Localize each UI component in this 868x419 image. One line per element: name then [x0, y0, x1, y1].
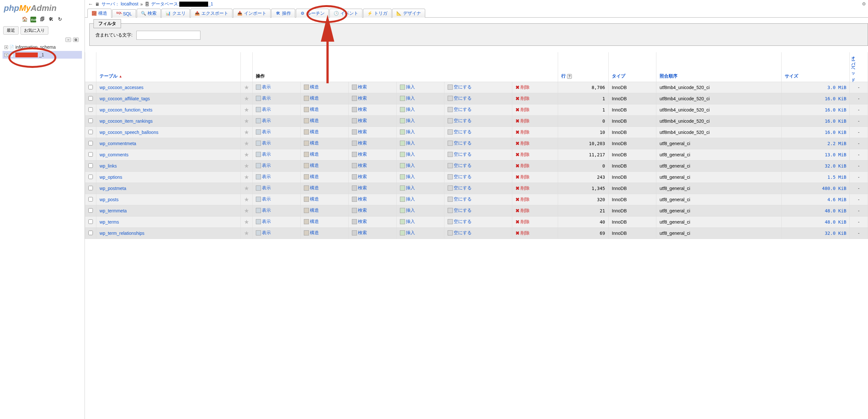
- op-insert[interactable]: 挿入: [400, 84, 415, 90]
- op-delete[interactable]: ✖削除: [516, 118, 530, 124]
- col-header-rows[interactable]: 行?: [558, 52, 609, 82]
- tab-operations[interactable]: 🛠操作: [271, 9, 295, 18]
- row-checkbox[interactable]: [88, 208, 93, 213]
- op-search[interactable]: 検索: [352, 129, 367, 135]
- expand-icon[interactable]: +: [4, 53, 8, 57]
- op-browse[interactable]: 表示: [256, 230, 271, 236]
- op-insert[interactable]: 挿入: [400, 163, 415, 169]
- op-empty[interactable]: 空にする: [447, 174, 472, 180]
- op-structure[interactable]: 構造: [304, 197, 319, 202]
- table-name-link[interactable]: wp_cocoon_affiliate_tags: [100, 96, 150, 101]
- table-name-link[interactable]: wp_cocoon_item_rankings: [100, 119, 153, 124]
- tab-sql[interactable]: SQLSQL: [112, 9, 136, 18]
- op-empty[interactable]: 空にする: [447, 129, 472, 135]
- op-search[interactable]: 検索: [352, 151, 367, 157]
- op-empty[interactable]: 空にする: [447, 163, 472, 169]
- tab-triggers[interactable]: ⚡トリガ: [363, 9, 392, 18]
- tab-import[interactable]: 📥インポート: [233, 9, 271, 18]
- table-name-link[interactable]: wp_cocoon_accesses: [100, 85, 144, 90]
- row-checkbox[interactable]: [88, 119, 93, 123]
- row-checkbox[interactable]: [88, 231, 93, 235]
- table-name-link[interactable]: wp_cocoon_speech_balloons: [100, 130, 158, 135]
- tab-designer[interactable]: 📐デザイナ: [392, 9, 425, 18]
- filter-input[interactable]: [136, 31, 200, 40]
- op-insert[interactable]: 挿入: [400, 95, 415, 101]
- op-delete[interactable]: ✖削除: [516, 208, 530, 214]
- op-empty[interactable]: 空にする: [447, 151, 472, 157]
- op-search[interactable]: 検索: [352, 95, 367, 101]
- op-search[interactable]: 検索: [352, 163, 367, 169]
- op-insert[interactable]: 挿入: [400, 129, 415, 135]
- op-delete[interactable]: ✖削除: [516, 197, 530, 203]
- op-delete[interactable]: ✖削除: [516, 174, 530, 180]
- exit-icon[interactable]: Exit: [30, 17, 36, 23]
- op-empty[interactable]: 空にする: [447, 84, 472, 90]
- op-search[interactable]: 検索: [352, 219, 367, 225]
- table-name-link[interactable]: wp_postmeta: [100, 186, 126, 191]
- op-insert[interactable]: 挿入: [400, 140, 415, 146]
- table-name-link[interactable]: wp_options: [100, 175, 122, 180]
- favorite-star-icon[interactable]: ★: [244, 107, 249, 113]
- op-insert[interactable]: 挿入: [400, 107, 415, 113]
- op-structure[interactable]: 構造: [304, 95, 319, 101]
- row-checkbox[interactable]: [88, 219, 93, 224]
- row-checkbox[interactable]: [88, 130, 93, 134]
- op-search[interactable]: 検索: [352, 174, 367, 180]
- row-checkbox[interactable]: [88, 141, 93, 145]
- op-structure[interactable]: 構造: [304, 107, 319, 113]
- op-insert[interactable]: 挿入: [400, 208, 415, 213]
- col-header-size[interactable]: サイズ: [781, 52, 849, 82]
- op-search[interactable]: 検索: [352, 208, 367, 213]
- op-browse[interactable]: 表示: [256, 95, 271, 101]
- row-checkbox[interactable]: [88, 163, 93, 168]
- op-browse[interactable]: 表示: [256, 208, 271, 213]
- go-back-icon[interactable]: ←: [88, 1, 93, 7]
- op-delete[interactable]: ✖削除: [516, 152, 530, 158]
- op-delete[interactable]: ✖削除: [516, 107, 530, 113]
- op-browse[interactable]: 表示: [256, 163, 271, 169]
- op-browse[interactable]: 表示: [256, 84, 271, 90]
- op-insert[interactable]: 挿入: [400, 118, 415, 124]
- op-structure[interactable]: 構造: [304, 129, 319, 135]
- refresh-icon[interactable]: ↻: [57, 16, 63, 22]
- logo[interactable]: phpMyAdmin: [1, 2, 83, 15]
- row-checkbox[interactable]: [88, 107, 93, 112]
- row-checkbox[interactable]: [88, 85, 93, 89]
- op-browse[interactable]: 表示: [256, 219, 271, 225]
- op-browse[interactable]: 表示: [256, 107, 271, 113]
- tab-routines[interactable]: ⚙ルーチン: [296, 9, 329, 18]
- row-checkbox[interactable]: [88, 175, 93, 179]
- row-checkbox[interactable]: [88, 186, 93, 190]
- op-structure[interactable]: 構造: [304, 140, 319, 146]
- op-browse[interactable]: 表示: [256, 197, 271, 202]
- op-insert[interactable]: 挿入: [400, 151, 415, 157]
- tab-export[interactable]: 📤エクスポート: [190, 9, 232, 18]
- col-header-overhead[interactable]: オーバーヘッド: [850, 52, 868, 82]
- row-checkbox[interactable]: [88, 197, 93, 202]
- op-search[interactable]: 検索: [352, 107, 367, 113]
- favorite-star-icon[interactable]: ★: [244, 197, 249, 203]
- favorite-star-icon[interactable]: ★: [244, 174, 249, 180]
- op-empty[interactable]: 空にする: [447, 95, 472, 101]
- favorites-tab[interactable]: お気に入り: [21, 26, 48, 35]
- op-delete[interactable]: ✖削除: [516, 129, 530, 135]
- op-structure[interactable]: 構造: [304, 118, 319, 124]
- op-structure[interactable]: 構造: [304, 230, 319, 236]
- table-name-link[interactable]: wp_term_relationships: [100, 231, 145, 236]
- op-insert[interactable]: 挿入: [400, 185, 415, 191]
- op-browse[interactable]: 表示: [256, 140, 271, 146]
- op-browse[interactable]: 表示: [256, 174, 271, 180]
- op-empty[interactable]: 空にする: [447, 197, 472, 202]
- home-icon[interactable]: 🏠: [22, 16, 28, 22]
- op-search[interactable]: 検索: [352, 185, 367, 191]
- op-delete[interactable]: ✖削除: [516, 185, 530, 191]
- col-header-table[interactable]: テーブル▲: [96, 52, 241, 82]
- favorite-star-icon[interactable]: ★: [244, 129, 249, 136]
- op-delete[interactable]: ✖削除: [516, 96, 530, 101]
- op-search[interactable]: 検索: [352, 84, 367, 90]
- db-tree-item-selected[interactable]: + 📄 _1: [3, 51, 82, 59]
- op-empty[interactable]: 空にする: [447, 230, 472, 236]
- table-name-link[interactable]: wp_termmeta: [100, 208, 127, 213]
- page-settings-icon[interactable]: ⚙: [862, 1, 866, 6]
- table-name-link[interactable]: wp_commentmeta: [100, 141, 136, 146]
